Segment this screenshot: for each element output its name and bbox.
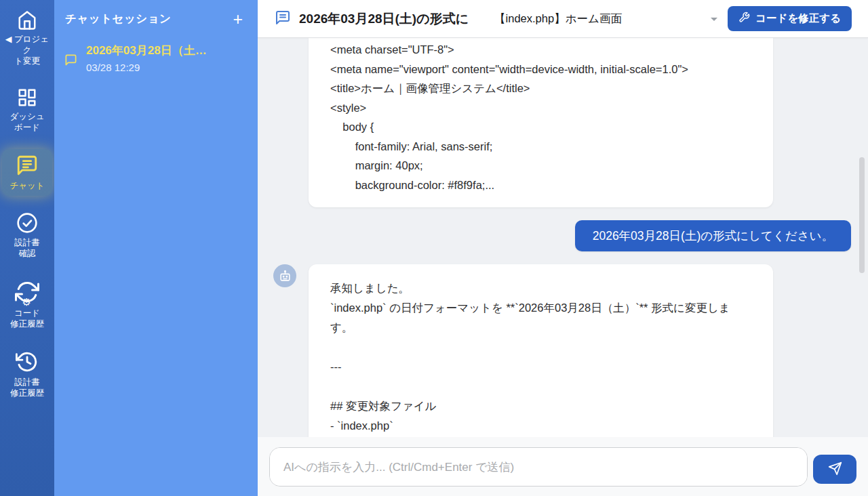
session-panel-header: チャットセッション + — [54, 0, 258, 33]
nav-label-design-check: 設計書 確認 — [14, 237, 40, 259]
assistant-message-card: 承知しました。 `index.php` の日付フォーマットを **`2026年0… — [309, 264, 773, 437]
scrollbar-thumb[interactable] — [859, 157, 865, 273]
nav-rail: ◀ プロジェク ト変更 ダッシュ ボード チャット 設計書 確認 ⚙ — [0, 0, 54, 496]
assistant-code-message: <meta charset="UTF-8"> <meta name="viewp… — [309, 38, 773, 207]
doc-history-icon — [16, 350, 39, 373]
session-item-title: 2026年03月28日（土… — [86, 43, 207, 59]
assistant-message-row: 承知しました。 `index.php` の日付フォーマットを **`2026年0… — [273, 264, 773, 437]
nav-label-doc-history: 設計書 修正履歴 — [10, 377, 44, 398]
session-list-item[interactable]: 2026年03月28日（土… 03/28 12:29 — [54, 33, 258, 81]
message-input[interactable] — [269, 447, 808, 487]
chat-icon — [16, 154, 39, 177]
nav-label-project-change: ◀ プロジェク ト変更 — [3, 34, 51, 66]
main-header: 2026年03月28日(土)の形式に 【index.php】ホーム画面 コードを… — [258, 0, 868, 38]
app-root: ◀ プロジェク ト変更 ダッシュ ボード チャット 設計書 確認 ⚙ — [0, 0, 868, 496]
nav-item-code-history[interactable]: ⚙ コード 修正履歴 — [2, 275, 52, 334]
wrench-icon — [738, 12, 750, 26]
nav-label-chat: チャット — [9, 180, 44, 191]
dashboard-icon — [17, 87, 37, 108]
message-input-bar — [258, 437, 868, 496]
chat-bubble-icon — [275, 9, 291, 28]
file-select-dropdown[interactable]: 【index.php】ホーム画面 — [494, 12, 728, 26]
check-circle-icon — [16, 212, 38, 234]
gear-icon: ⚙ — [22, 297, 31, 307]
user-message-row: 2026年03月28日(土)の形式にしてください。 — [575, 220, 851, 251]
home-icon — [17, 10, 37, 30]
nav-item-project-change[interactable]: ◀ プロジェク ト変更 — [2, 5, 52, 71]
nav-label-code-history: コード 修正履歴 — [10, 308, 44, 329]
nav-item-design-check[interactable]: 設計書 確認 — [2, 207, 52, 264]
fix-code-button-label: コードを修正する — [755, 12, 841, 26]
chat-transcript: <meta charset="UTF-8"> <meta name="viewp… — [258, 38, 868, 437]
chevron-down-icon — [710, 13, 718, 25]
nav-item-chat[interactable]: チャット — [2, 149, 52, 196]
nav-item-doc-history[interactable]: 設計書 修正履歴 — [2, 346, 52, 403]
main-area: 2026年03月28日(土)の形式に 【index.php】ホーム画面 コードを… — [258, 0, 868, 496]
fix-code-button[interactable]: コードを修正する — [728, 6, 852, 31]
session-panel-title: チャットセッション — [65, 12, 171, 26]
session-panel: チャットセッション + 2026年03月28日（土… 03/28 12:29 — [54, 0, 258, 496]
nav-item-dashboard[interactable]: ダッシュ ボード — [2, 83, 52, 138]
file-select-value: 【index.php】ホーム画面 — [494, 12, 622, 26]
code-history-icon: ⚙ — [15, 280, 39, 304]
session-item-text: 2026年03月28日（土… 03/28 12:29 — [86, 43, 207, 73]
send-icon — [828, 461, 842, 478]
session-item-time: 03/28 12:29 — [86, 62, 207, 73]
user-message-bubble: 2026年03月28日(土)の形式にしてください。 — [575, 220, 851, 251]
send-button[interactable] — [813, 455, 856, 484]
robot-avatar — [273, 264, 296, 287]
add-session-button[interactable]: + — [231, 12, 244, 26]
speech-bubble-icon — [64, 54, 77, 73]
nav-label-dashboard: ダッシュ ボード — [9, 111, 44, 133]
page-title: 2026年03月28日(土)の形式に — [299, 10, 469, 28]
